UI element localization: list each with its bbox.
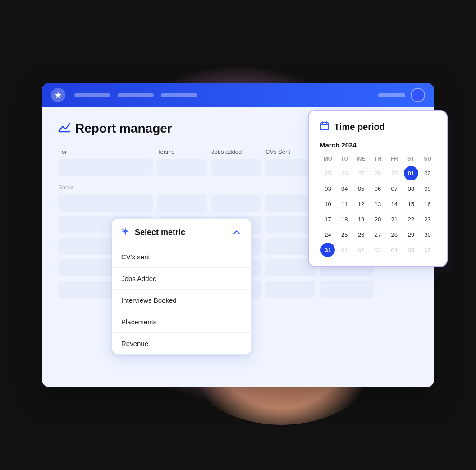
select-metric-title: Select metric (135, 228, 185, 237)
cal-day-15[interactable]: 15 (404, 197, 418, 211)
nav-item-1[interactable] (74, 93, 110, 97)
cell-placeholder (265, 281, 315, 298)
svg-rect-2 (320, 123, 329, 130)
cal-day-25[interactable]: 25 (337, 227, 352, 242)
calendar-month: March 2024 (320, 141, 436, 149)
cell-placeholder (211, 159, 261, 176)
col-jobs: Jobs added (211, 148, 265, 155)
cal-day-26[interactable]: 26 (337, 166, 352, 180)
metric-item-jobs[interactable]: Jobs Added (112, 268, 251, 290)
day-header-th: TH (370, 154, 386, 163)
title-bar-actions (378, 88, 425, 102)
cal-day-17[interactable]: 17 (320, 212, 335, 226)
cal-day-07[interactable]: 07 (387, 181, 402, 196)
cal-day-05[interactable]: 05 (404, 243, 418, 257)
cal-day-02[interactable]: 02 (354, 243, 368, 257)
cell-placeholder (157, 194, 207, 212)
cal-day-03[interactable]: 03 (371, 243, 385, 257)
cal-day-18[interactable]: 18 (337, 212, 352, 226)
cell-placeholder (265, 259, 315, 276)
cal-day-13[interactable]: 13 (371, 197, 385, 211)
calendar-icon (320, 121, 330, 133)
calendar-weeks: 2526272829010203040506070809101112131415… (320, 166, 436, 257)
cal-day-29[interactable]: 29 (404, 227, 418, 242)
cell-placeholder (320, 281, 374, 298)
title-bar (42, 83, 434, 107)
calendar-week-6: 31010203040506 (320, 243, 436, 257)
calendar-week-2: 03040506070809 (320, 181, 436, 196)
cal-day-02[interactable]: 02 (421, 166, 435, 180)
cal-day-01[interactable]: 01 (404, 166, 418, 180)
cal-day-01[interactable]: 01 (337, 243, 352, 257)
nav-item-2[interactable] (118, 93, 154, 97)
cal-day-21[interactable]: 21 (387, 212, 402, 226)
title-bar-menu[interactable] (378, 93, 405, 97)
cal-day-10[interactable]: 10 (320, 197, 335, 211)
sparkle-icon (120, 226, 130, 239)
cal-day-20[interactable]: 20 (371, 212, 385, 226)
cal-day-23[interactable]: 23 (421, 212, 435, 226)
cell-placeholder (58, 194, 153, 212)
report-icon (58, 121, 71, 136)
col-for: For (58, 148, 157, 155)
day-header-st: ST (403, 154, 419, 163)
metric-item-placements[interactable]: Placements (112, 311, 251, 333)
cal-day-14[interactable]: 14 (387, 197, 402, 211)
cal-day-27[interactable]: 27 (354, 166, 368, 180)
select-metric-header: Select metric (112, 219, 251, 246)
cal-day-29[interactable]: 29 (387, 166, 402, 180)
cal-day-04[interactable]: 04 (387, 243, 402, 257)
cal-day-09[interactable]: 09 (421, 181, 435, 196)
cell-placeholder (58, 159, 153, 176)
cal-day-11[interactable]: 11 (337, 197, 352, 211)
day-header-fr: FR (386, 154, 403, 163)
scene: Report manager For Teams Jobs added CVs … (0, 0, 476, 470)
cell-placeholder (157, 159, 207, 176)
chevron-up-button[interactable] (230, 226, 243, 239)
app-window: Report manager For Teams Jobs added CVs … (42, 83, 434, 387)
cal-day-04[interactable]: 04 (337, 181, 352, 196)
metric-item-cvs[interactable]: CV's sent (112, 246, 251, 268)
cal-day-27[interactable]: 27 (371, 227, 385, 242)
cal-day-05[interactable]: 05 (354, 181, 368, 196)
cal-day-31[interactable]: 31 (320, 243, 335, 257)
calendar-grid: MO TU WE TH FR ST SU 2526272829010203040… (320, 154, 436, 257)
day-header-we: WE (353, 154, 370, 163)
select-metric-dropdown[interactable]: Select metric CV's sent Jobs Added Inter… (112, 218, 252, 355)
calendar-week-5: 24252627282930 (320, 227, 436, 242)
cal-day-06[interactable]: 06 (421, 243, 435, 257)
time-period-card: Time period March 2024 MO TU WE TH FR ST… (308, 110, 448, 267)
day-header-mo: MO (320, 154, 336, 163)
page-title: Report manager (75, 121, 172, 136)
cell-placeholder (211, 194, 261, 212)
cal-day-12[interactable]: 12 (354, 197, 368, 211)
calendar-day-headers: MO TU WE TH FR ST SU (320, 154, 436, 163)
time-period-title: Time period (334, 122, 385, 132)
cal-day-22[interactable]: 22 (404, 212, 418, 226)
cal-day-08[interactable]: 08 (404, 181, 418, 196)
nav-item-3[interactable] (161, 93, 197, 97)
cal-day-06[interactable]: 06 (371, 181, 385, 196)
cal-day-19[interactable]: 19 (354, 212, 368, 226)
user-avatar[interactable] (411, 88, 425, 102)
cal-day-16[interactable]: 16 (421, 197, 435, 211)
metric-item-revenue[interactable]: Revenue (112, 333, 251, 354)
app-logo (51, 88, 65, 102)
calendar-week-3: 10111213141516 (320, 197, 436, 211)
day-header-su: SU (419, 154, 436, 163)
cal-day-03[interactable]: 03 (320, 181, 335, 196)
cal-day-26[interactable]: 26 (354, 227, 368, 242)
calendar-week-1: 25262728290102 (320, 166, 436, 180)
cal-day-24[interactable]: 24 (320, 227, 335, 242)
cal-day-28[interactable]: 28 (387, 227, 402, 242)
cal-day-30[interactable]: 30 (421, 227, 435, 242)
select-metric-title-row: Select metric (120, 226, 185, 239)
cal-day-25[interactable]: 25 (320, 166, 335, 180)
col-teams: Teams (157, 148, 211, 155)
time-period-header: Time period (320, 121, 436, 133)
cal-day-28[interactable]: 28 (371, 166, 385, 180)
metric-item-interviews[interactable]: Interviews Booked (112, 290, 251, 311)
title-bar-nav (74, 93, 369, 97)
calendar-week-4: 17181920212223 (320, 212, 436, 226)
day-header-tu: TU (336, 154, 353, 163)
